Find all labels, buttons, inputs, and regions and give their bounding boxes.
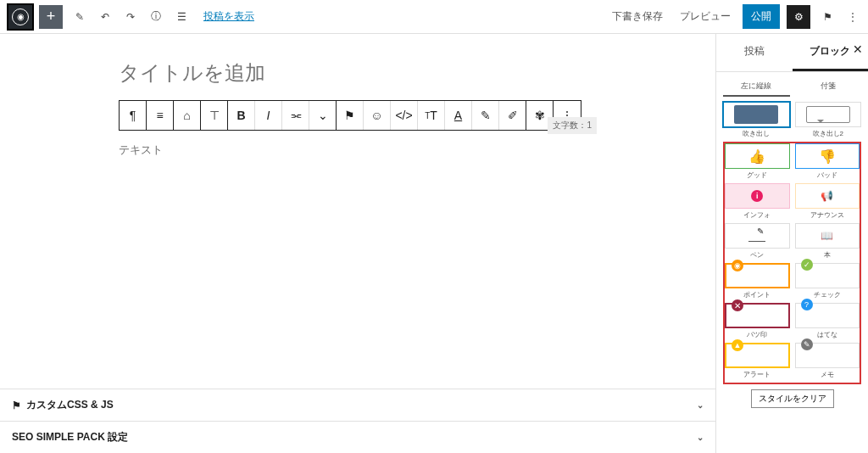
subtab-leftline[interactable]: 左に縦線	[723, 77, 790, 97]
style-point[interactable]: ◉ ポイント	[725, 263, 790, 299]
save-draft-button[interactable]: 下書き保存	[607, 6, 668, 27]
outline-icon[interactable]: ☰	[170, 5, 193, 29]
block-toolbar: ¶ ≡ ⌂ ⊤ B I ⫘ ⌄ ⚑ ☺ </> TT A ✎ ✐ ✾ ⋮	[119, 100, 581, 131]
add-block-button[interactable]: +	[39, 5, 63, 29]
emoji-icon[interactable]: ☺	[364, 101, 391, 130]
panel-label: SEO SIMPLE PACK 設定	[12, 430, 128, 445]
style-pen[interactable]: ペン	[725, 223, 790, 260]
tab-post[interactable]: 投稿	[716, 34, 793, 71]
close-icon[interactable]: ✕	[853, 42, 863, 56]
post-title-input[interactable]: タイトルを追加	[119, 59, 593, 87]
style-balloon2[interactable]: 吹き出し2	[795, 102, 862, 138]
thumbs-up-icon: 👍	[748, 148, 765, 165]
style-check[interactable]: ✓ チェック	[795, 263, 860, 299]
panel-label: カスタムCSS & JS	[26, 398, 114, 412]
settings-sidebar: 投稿 ブロック ✕ 左に縦線 付箋 吹き出し 吹き出し2 👍	[715, 34, 868, 453]
seo-panel[interactable]: SEO SIMPLE PACK 設定 ⌄	[0, 421, 715, 453]
pin-icon: ◉	[732, 260, 743, 271]
style-bad[interactable]: 👎 バッド	[795, 143, 860, 180]
custom-css-js-panel[interactable]: ⚑ カスタムCSS & JS ⌄	[0, 389, 715, 421]
megaphone-icon: 📢	[821, 190, 833, 202]
redo-icon[interactable]: ↷	[119, 5, 142, 29]
style-batsu[interactable]: ✕ バツ印	[725, 303, 790, 339]
pencil-icon: ✎	[801, 338, 813, 350]
code-icon[interactable]: </>	[391, 101, 418, 130]
style-good[interactable]: 👍 グッド	[725, 143, 790, 180]
word-count-badge: 文字数：1	[548, 117, 597, 134]
info-circle-icon: i	[751, 190, 763, 202]
editor-canvas: タイトルを追加 文字数：1 ¶ ≡ ⌂ ⊤ B I ⫘ ⌄ ⚑ ☺ </> TT…	[0, 34, 715, 453]
view-post-link[interactable]: 投稿を表示	[203, 9, 254, 24]
paragraph-block[interactable]: テキスト	[119, 143, 593, 158]
align-icon[interactable]: ≡	[147, 101, 174, 130]
chevron-down-icon: ⌄	[697, 433, 704, 442]
publish-button[interactable]: 公開	[743, 4, 780, 29]
check-icon: ✓	[801, 259, 813, 271]
top-toolbar: ◉ + ✎ ↶ ↷ ⓘ ☰ 投稿を表示 下書き保存 プレビュー 公開 ⚙ ⚑ ⋮	[0, 0, 868, 34]
swell-icon[interactable]: ⚑	[817, 7, 837, 27]
textcolor-icon[interactable]: A	[445, 101, 472, 130]
style-announce[interactable]: 📢 アナウンス	[795, 183, 860, 220]
clear-style-button[interactable]: スタイルをクリア	[751, 389, 834, 408]
preview-button[interactable]: プレビュー	[675, 6, 736, 27]
paragraph-icon[interactable]: ¶	[120, 101, 147, 130]
style-book[interactable]: 📖 本	[795, 223, 860, 260]
style-info[interactable]: i インフォ	[725, 183, 790, 220]
subtab-sticky[interactable]: 付箋	[795, 77, 862, 97]
highlight-icon[interactable]: ✎	[472, 101, 499, 130]
x-icon: ✕	[732, 299, 743, 311]
chevron-down-icon: ⌄	[697, 400, 704, 410]
site-logo[interactable]: ◉	[7, 3, 34, 31]
fontsize-icon[interactable]: TT	[418, 101, 445, 130]
question-icon: ?	[801, 299, 813, 310]
bgcolor-icon[interactable]: ✐	[499, 101, 526, 130]
swell-mark-icon[interactable]: ⚑	[337, 101, 364, 130]
link-icon[interactable]: ⫘	[282, 101, 309, 130]
settings-button[interactable]: ⚙	[787, 5, 810, 29]
italic-icon[interactable]: I	[255, 101, 282, 130]
chevron-down-icon[interactable]: ⌄	[309, 101, 337, 130]
pen-icon	[748, 230, 765, 242]
undo-icon[interactable]: ↶	[93, 5, 117, 29]
info-icon[interactable]: ⓘ	[144, 5, 168, 29]
more-options-icon[interactable]: ⋮	[844, 11, 861, 23]
margin-icon[interactable]: ⊤	[201, 101, 228, 130]
device-icon[interactable]: ⌂	[174, 101, 201, 130]
style-memo[interactable]: ✎ メモ	[795, 343, 860, 379]
alert-icon: ▲	[732, 339, 743, 351]
style-hatena[interactable]: ? はてな	[795, 303, 860, 339]
book-icon: 📖	[821, 230, 833, 242]
thumbs-down-icon: 👎	[819, 148, 836, 165]
edit-mode-icon[interactable]: ✎	[68, 5, 92, 29]
style-balloon1[interactable]: 吹き出し	[723, 102, 790, 138]
bold-icon[interactable]: B	[228, 101, 255, 130]
style-alert[interactable]: ▲ アラート	[725, 343, 790, 379]
